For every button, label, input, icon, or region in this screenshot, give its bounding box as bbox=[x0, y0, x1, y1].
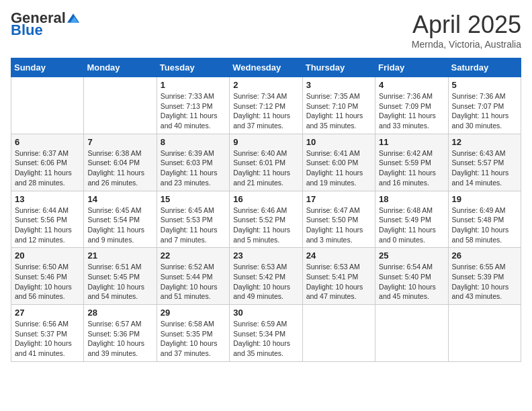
title-area: April 2025 Mernda, Victoria, Australia bbox=[412, 11, 521, 50]
calendar-cell: 17Sunrise: 6:47 AMSunset: 5:50 PMDayligh… bbox=[302, 191, 375, 248]
day-number: 14 bbox=[87, 194, 152, 204]
day-number: 9 bbox=[233, 137, 298, 147]
day-header-monday: Monday bbox=[84, 58, 157, 77]
day-info: Sunrise: 6:57 AMSunset: 5:36 PMDaylight:… bbox=[87, 319, 152, 359]
day-info: Sunrise: 7:33 AMSunset: 7:13 PMDaylight:… bbox=[161, 91, 226, 131]
day-number: 11 bbox=[379, 137, 444, 147]
calendar-cell: 16Sunrise: 6:46 AMSunset: 5:52 PMDayligh… bbox=[230, 191, 302, 248]
day-info: Sunrise: 7:35 AMSunset: 7:10 PMDaylight:… bbox=[306, 91, 371, 131]
calendar-cell: 11Sunrise: 6:42 AMSunset: 5:59 PMDayligh… bbox=[375, 134, 448, 191]
day-number: 17 bbox=[306, 194, 371, 204]
calendar-cell: 5Sunrise: 7:36 AMSunset: 7:07 PMDaylight… bbox=[448, 77, 521, 134]
day-number: 21 bbox=[87, 250, 152, 261]
day-info: Sunrise: 6:56 AMSunset: 5:37 PMDaylight:… bbox=[15, 319, 80, 359]
calendar-header-row: SundayMondayTuesdayWednesdayThursdayFrid… bbox=[11, 58, 521, 77]
calendar-cell: 24Sunrise: 6:53 AMSunset: 5:41 PMDayligh… bbox=[302, 248, 375, 305]
day-header-thursday: Thursday bbox=[302, 58, 375, 77]
calendar-cell: 3Sunrise: 7:35 AMSunset: 7:10 PMDaylight… bbox=[302, 77, 375, 134]
day-info: Sunrise: 6:47 AMSunset: 5:50 PMDaylight:… bbox=[306, 205, 371, 245]
day-header-saturday: Saturday bbox=[448, 58, 521, 77]
day-number: 19 bbox=[452, 194, 517, 204]
location: Mernda, Victoria, Australia bbox=[412, 39, 521, 50]
day-number: 12 bbox=[452, 137, 517, 147]
day-info: Sunrise: 6:40 AMSunset: 6:01 PMDaylight:… bbox=[233, 148, 298, 188]
calendar-cell: 30Sunrise: 6:59 AMSunset: 5:34 PMDayligh… bbox=[230, 305, 302, 362]
day-info: Sunrise: 6:50 AMSunset: 5:46 PMDaylight:… bbox=[15, 262, 80, 302]
calendar-cell: 1Sunrise: 7:33 AMSunset: 7:13 PMDaylight… bbox=[157, 77, 229, 134]
day-number: 20 bbox=[15, 250, 80, 261]
calendar-cell: 28Sunrise: 6:57 AMSunset: 5:36 PMDayligh… bbox=[84, 305, 157, 362]
day-info: Sunrise: 6:37 AMSunset: 6:06 PMDaylight:… bbox=[15, 148, 80, 188]
day-info: Sunrise: 6:55 AMSunset: 5:39 PMDaylight:… bbox=[452, 262, 517, 302]
day-number: 3 bbox=[306, 80, 371, 90]
day-info: Sunrise: 6:53 AMSunset: 5:41 PMDaylight:… bbox=[306, 262, 371, 302]
calendar-week-row: 1Sunrise: 7:33 AMSunset: 7:13 PMDaylight… bbox=[11, 77, 521, 134]
calendar-cell: 2Sunrise: 7:34 AMSunset: 7:12 PMDaylight… bbox=[230, 77, 302, 134]
day-number: 16 bbox=[233, 194, 298, 204]
day-number: 25 bbox=[379, 250, 444, 261]
day-number: 4 bbox=[379, 80, 444, 90]
calendar-cell: 23Sunrise: 6:53 AMSunset: 5:42 PMDayligh… bbox=[230, 248, 302, 305]
day-info: Sunrise: 6:51 AMSunset: 5:45 PMDaylight:… bbox=[87, 262, 152, 302]
day-number: 5 bbox=[452, 80, 517, 90]
calendar-cell bbox=[84, 77, 157, 134]
calendar-cell: 13Sunrise: 6:44 AMSunset: 5:56 PMDayligh… bbox=[11, 191, 84, 248]
day-number: 18 bbox=[379, 194, 444, 204]
day-number: 26 bbox=[452, 250, 517, 261]
day-info: Sunrise: 6:59 AMSunset: 5:34 PMDaylight:… bbox=[233, 319, 298, 359]
day-number: 15 bbox=[161, 194, 226, 204]
day-number: 23 bbox=[233, 250, 298, 261]
day-info: Sunrise: 6:54 AMSunset: 5:40 PMDaylight:… bbox=[379, 262, 444, 302]
calendar-cell: 19Sunrise: 6:49 AMSunset: 5:48 PMDayligh… bbox=[448, 191, 521, 248]
calendar-cell: 15Sunrise: 6:45 AMSunset: 5:53 PMDayligh… bbox=[157, 191, 229, 248]
calendar-cell: 6Sunrise: 6:37 AMSunset: 6:06 PMDaylight… bbox=[11, 134, 84, 191]
day-info: Sunrise: 7:36 AMSunset: 7:09 PMDaylight:… bbox=[379, 91, 444, 131]
logo: General Blue bbox=[11, 11, 79, 38]
calendar-cell: 10Sunrise: 6:41 AMSunset: 6:00 PMDayligh… bbox=[302, 134, 375, 191]
calendar: SundayMondayTuesdayWednesdayThursdayFrid… bbox=[11, 58, 521, 362]
calendar-week-row: 6Sunrise: 6:37 AMSunset: 6:06 PMDaylight… bbox=[11, 134, 521, 191]
day-info: Sunrise: 7:34 AMSunset: 7:12 PMDaylight:… bbox=[233, 91, 298, 131]
day-info: Sunrise: 6:53 AMSunset: 5:42 PMDaylight:… bbox=[233, 262, 298, 302]
calendar-cell: 21Sunrise: 6:51 AMSunset: 5:45 PMDayligh… bbox=[84, 248, 157, 305]
day-number: 2 bbox=[233, 80, 298, 90]
day-info: Sunrise: 6:52 AMSunset: 5:44 PMDaylight:… bbox=[161, 262, 226, 302]
calendar-cell: 22Sunrise: 6:52 AMSunset: 5:44 PMDayligh… bbox=[157, 248, 229, 305]
month-title: April 2025 bbox=[412, 11, 521, 39]
day-info: Sunrise: 6:46 AMSunset: 5:52 PMDaylight:… bbox=[233, 205, 298, 245]
day-header-sunday: Sunday bbox=[11, 58, 84, 77]
day-number: 13 bbox=[15, 194, 80, 204]
calendar-week-row: 13Sunrise: 6:44 AMSunset: 5:56 PMDayligh… bbox=[11, 191, 521, 248]
calendar-cell: 29Sunrise: 6:58 AMSunset: 5:35 PMDayligh… bbox=[157, 305, 229, 362]
day-info: Sunrise: 6:41 AMSunset: 6:00 PMDaylight:… bbox=[306, 148, 371, 188]
calendar-cell: 18Sunrise: 6:48 AMSunset: 5:49 PMDayligh… bbox=[375, 191, 448, 248]
calendar-cell: 4Sunrise: 7:36 AMSunset: 7:09 PMDaylight… bbox=[375, 77, 448, 134]
day-number: 6 bbox=[15, 137, 80, 147]
day-info: Sunrise: 6:43 AMSunset: 5:57 PMDaylight:… bbox=[452, 148, 517, 188]
calendar-cell: 9Sunrise: 6:40 AMSunset: 6:01 PMDaylight… bbox=[230, 134, 302, 191]
calendar-cell: 26Sunrise: 6:55 AMSunset: 5:39 PMDayligh… bbox=[448, 248, 521, 305]
day-info: Sunrise: 6:39 AMSunset: 6:03 PMDaylight:… bbox=[161, 148, 226, 188]
calendar-cell bbox=[448, 305, 521, 362]
day-info: Sunrise: 6:49 AMSunset: 5:48 PMDaylight:… bbox=[452, 205, 517, 245]
calendar-week-row: 27Sunrise: 6:56 AMSunset: 5:37 PMDayligh… bbox=[11, 305, 521, 362]
day-number: 10 bbox=[306, 137, 371, 147]
day-number: 1 bbox=[161, 80, 226, 90]
day-info: Sunrise: 6:58 AMSunset: 5:35 PMDaylight:… bbox=[161, 319, 226, 359]
calendar-cell: 20Sunrise: 6:50 AMSunset: 5:46 PMDayligh… bbox=[11, 248, 84, 305]
day-header-wednesday: Wednesday bbox=[230, 58, 302, 77]
day-info: Sunrise: 6:38 AMSunset: 6:04 PMDaylight:… bbox=[87, 148, 152, 188]
day-info: Sunrise: 7:36 AMSunset: 7:07 PMDaylight:… bbox=[452, 91, 517, 131]
day-header-friday: Friday bbox=[375, 58, 448, 77]
day-number: 24 bbox=[306, 250, 371, 261]
calendar-cell bbox=[375, 305, 448, 362]
day-info: Sunrise: 6:45 AMSunset: 5:53 PMDaylight:… bbox=[161, 205, 226, 245]
calendar-cell: 27Sunrise: 6:56 AMSunset: 5:37 PMDayligh… bbox=[11, 305, 84, 362]
day-info: Sunrise: 6:48 AMSunset: 5:49 PMDaylight:… bbox=[379, 205, 444, 245]
calendar-cell bbox=[11, 77, 84, 134]
calendar-cell: 8Sunrise: 6:39 AMSunset: 6:03 PMDaylight… bbox=[157, 134, 229, 191]
day-info: Sunrise: 6:45 AMSunset: 5:54 PMDaylight:… bbox=[87, 205, 152, 245]
calendar-cell: 25Sunrise: 6:54 AMSunset: 5:40 PMDayligh… bbox=[375, 248, 448, 305]
calendar-cell bbox=[302, 305, 375, 362]
day-number: 28 bbox=[87, 308, 152, 318]
